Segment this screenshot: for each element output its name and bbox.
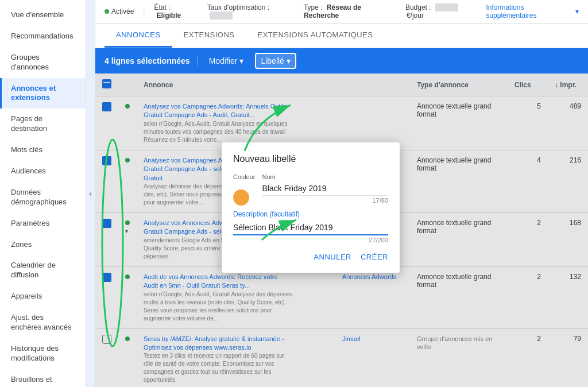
tab-extensions[interactable]: EXTENSIONS [172, 24, 246, 48]
dialog-color-name-row: Couleur Nom 17/80 [233, 173, 388, 206]
chevron-left-icon: ‹ [89, 189, 92, 198]
create-button[interactable]: CRÉER [361, 253, 388, 261]
sidebar-item-appareils[interactable]: Appareils [0, 286, 86, 307]
name-input[interactable] [262, 181, 388, 196]
selected-count: 4 lignes sélectionnées [105, 56, 198, 65]
color-section: Couleur [233, 173, 256, 206]
name-field-label: Nom [262, 173, 388, 180]
sidebar-item-donnees-demographiques[interactable]: Données démographiques [0, 182, 86, 213]
sidebar-item-audiences[interactable]: Audiences [0, 161, 86, 182]
tabs-bar: ANNONCES EXTENSIONS EXTENSIONS AUTOMATIQ… [95, 24, 588, 48]
desc-field-label[interactable]: Description (facultatif) [233, 210, 388, 218]
description-section: Description (facultatif) 27/200 [233, 210, 388, 243]
chevron-down-icon: ▾ [575, 7, 579, 16]
desc-char-count: 27/200 [233, 237, 388, 243]
taux-label: Taux d'optimisation : — [207, 3, 295, 20]
status-indicator: Activée [105, 7, 134, 16]
color-picker[interactable] [233, 189, 249, 206]
description-input[interactable] [233, 220, 388, 235]
etat-label: État : Eligible [154, 3, 198, 20]
chevron-down-icon: ▾ [287, 56, 291, 65]
cancel-button[interactable]: ANNULER [314, 253, 351, 261]
app-container: Vue d'ensemble Recommandations Groupes d… [0, 0, 588, 387]
name-char-count: 17/80 [262, 197, 388, 204]
sidebar-item-annonces-extensions[interactable]: Annonces et extensions [0, 78, 86, 109]
topbar-sep: | [143, 7, 145, 16]
name-field-group: Nom 17/80 [262, 173, 388, 204]
tab-annonces[interactable]: ANNONCES [105, 24, 172, 48]
sidebar-item-brouillons[interactable]: Brouillons et [0, 369, 86, 387]
sidebar-collapse-arrow[interactable]: ‹ [86, 0, 95, 387]
nouveau-libelle-dialog: Nouveau libellé Couleur Nom 17/80 Descri… [222, 142, 400, 273]
dialog-actions: ANNULER CRÉER [233, 253, 388, 261]
color-label: Couleur [233, 173, 256, 180]
sidebar-item-vue-ensemble[interactable]: Vue d'ensemble [0, 5, 86, 26]
sidebar-item-pages-destination[interactable]: Pages de destination [0, 109, 86, 140]
sidebar: Vue d'ensemble Recommandations Groupes d… [0, 0, 86, 387]
table-area: Annonce Type d'annonce Clics ↓ Impr. [95, 73, 588, 387]
chevron-down-icon: ▾ [239, 56, 243, 65]
sidebar-item-mots-cles[interactable]: Mots clés [0, 140, 86, 161]
dialog-title: Nouveau libellé [233, 154, 388, 164]
libelle-button[interactable]: Libellé ▾ [255, 53, 296, 69]
sidebar-item-ajust-encheres[interactable]: Ajust. des enchères avancés [0, 307, 86, 338]
tab-extensions-auto[interactable]: EXTENSIONS AUTOMATIQUES [246, 24, 384, 48]
sidebar-item-calendrier-diffusion[interactable]: Calendrier de diffusion [0, 255, 86, 286]
budget-label: Budget : €/jour [405, 3, 477, 20]
modifier-button[interactable]: Modifier ▾ [204, 54, 249, 68]
sidebar-item-parametres[interactable]: Paramètres [0, 213, 86, 234]
active-dot [105, 9, 109, 14]
main-content: Activée | État : Eligible Taux d'optimis… [95, 0, 588, 387]
type-label: Type : Réseau de Recherche [304, 3, 396, 20]
toolbar: 4 lignes sélectionnées Modifier ▾ Libell… [95, 48, 588, 73]
sidebar-item-recommandations[interactable]: Recommandations [0, 26, 86, 47]
sidebar-item-zones[interactable]: Zones [0, 234, 86, 256]
info-supplementaires-link[interactable]: Informations supplémentaires ▾ [486, 3, 579, 20]
sidebar-item-groupes-annonces[interactable]: Groupes d'annonces [0, 47, 86, 78]
sidebar-item-historique-modifications[interactable]: Historique des modifications [0, 338, 86, 369]
topbar: Activée | État : Eligible Taux d'optimis… [95, 0, 588, 24]
status-label: Activée [111, 7, 134, 16]
